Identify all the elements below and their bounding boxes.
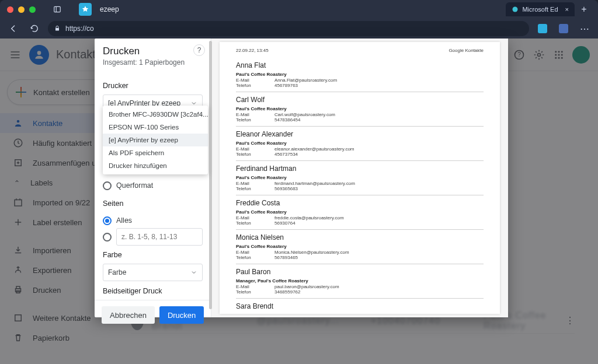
preview-contact-name: Monica Nielsen bbox=[236, 233, 484, 242]
svg-rect-5 bbox=[559, 24, 568, 33]
cancel-button[interactable]: Abbrechen bbox=[102, 306, 155, 324]
preview-contact-name: Eleanor Alexander bbox=[236, 130, 484, 138]
preview-contact-company: Manager, Paul's Coffee Roastery bbox=[236, 278, 484, 284]
color-label: Farbe bbox=[103, 251, 203, 259]
color-select[interactable]: Farbe bbox=[103, 264, 203, 281]
printer-label: Drucker bbox=[103, 82, 203, 90]
print-subtitle: Insgesamt: 1 Papierbogen bbox=[103, 58, 203, 66]
preview-contact: Monica NielsenPaul's Coffee RoasteryE-Ma… bbox=[236, 230, 484, 264]
preview-contact-company: Paul's Coffee Roastery bbox=[236, 106, 484, 111]
preview-contact: Eleanor AlexanderPaul's Coffee RoasteryE… bbox=[236, 127, 484, 161]
radio-icon bbox=[103, 216, 112, 225]
preview-timestamp: 22.09.22, 13:45 bbox=[236, 48, 269, 53]
preview-phone: 567893465 bbox=[274, 255, 298, 260]
preview-email: Monica.Nielsen@paulsroastery.com bbox=[274, 250, 349, 255]
preview-phone: 569365683 bbox=[274, 186, 298, 191]
preview-phone-label: Telefon bbox=[236, 152, 257, 157]
help-button[interactable]: ? bbox=[193, 44, 205, 56]
settings-scrollbar[interactable] bbox=[209, 41, 212, 309]
edge-icon bbox=[512, 6, 519, 13]
svg-point-2 bbox=[513, 7, 518, 12]
app-tab-label[interactable]: ezeep bbox=[100, 5, 119, 13]
url-text: https://co bbox=[65, 24, 94, 33]
preview-contact-company: Paul's Coffee Roastery bbox=[236, 72, 484, 77]
preview-email-label: E-Mail bbox=[236, 146, 257, 152]
close-tab-icon[interactable]: × bbox=[565, 6, 569, 13]
overflow-button[interactable]: ⋯ bbox=[577, 21, 592, 36]
preview-email: freddie.costa@paulsroastery.com bbox=[274, 215, 344, 220]
svg-rect-0 bbox=[54, 6, 61, 12]
back-button[interactable] bbox=[6, 21, 21, 36]
lock-icon bbox=[54, 25, 61, 32]
preview-contact-company: Paul's Coffee Roastery bbox=[236, 141, 484, 146]
pages-range-input[interactable] bbox=[116, 228, 203, 246]
preview-contact-name: Ferdinand Hartman bbox=[236, 164, 484, 173]
preview-email-label: E-Mail bbox=[236, 112, 257, 117]
preview-contact-company: Paul's Coffee Roastery bbox=[236, 209, 484, 215]
maximize-window-button[interactable] bbox=[29, 6, 36, 13]
preview-contact: Anna FlatPaul's Coffee RoasteryE-MailAnn… bbox=[236, 58, 484, 92]
refresh-button[interactable] bbox=[27, 21, 42, 36]
address-bar[interactable]: https://co bbox=[48, 21, 529, 36]
preview-contact: Carl WolfPaul's Coffee RoasteryE-MailCar… bbox=[236, 92, 484, 127]
ext-icon-1[interactable] bbox=[535, 21, 550, 36]
minimize-window-button[interactable] bbox=[18, 6, 25, 13]
sidebar-toggle-icon[interactable] bbox=[51, 3, 64, 16]
preview-email-label: E-Mail bbox=[236, 78, 257, 83]
preview-email-label: E-Mail bbox=[236, 215, 257, 220]
preview-phone-label: Telefon bbox=[236, 117, 257, 123]
svg-rect-3 bbox=[55, 28, 59, 31]
ext-icon-2[interactable] bbox=[556, 21, 571, 36]
mac-titlebar: ezeep Microsoft Ed × + bbox=[0, 0, 598, 19]
preview-email: Anna.Flat@paulsroastery.com bbox=[274, 78, 337, 83]
svg-rect-4 bbox=[538, 24, 547, 33]
printer-option[interactable]: EPSON WF-100 Series bbox=[103, 121, 208, 134]
preview-phone: 456789763 bbox=[274, 83, 298, 88]
print-button[interactable]: Drucken bbox=[159, 306, 204, 324]
preview-contact-name: Freddie Costa bbox=[236, 199, 484, 207]
new-tab-button[interactable]: + bbox=[577, 2, 591, 16]
printer-option[interactable]: Brother MFC-J6930DW [3c2af4... bbox=[103, 108, 208, 121]
preview-phone-label: Telefon bbox=[236, 220, 257, 226]
color-select-value: Farbe bbox=[108, 268, 126, 276]
browser-tab-label: Microsoft Ed bbox=[522, 6, 558, 13]
preview-cut-contact: Sara Brendt bbox=[236, 302, 484, 310]
preview-phone: 456737534 bbox=[274, 152, 298, 157]
preview-doc-title: Google Kontakte bbox=[448, 48, 484, 53]
preview-contact-company: Paul's Coffee Roastery bbox=[236, 175, 484, 180]
preview-phone: 56930764 bbox=[274, 220, 295, 226]
preview-phone-label: Telefon bbox=[236, 186, 257, 191]
printer-dropdown: Brother MFC-J6930DW [3c2af4... EPSON WF-… bbox=[103, 106, 208, 174]
chevron-down-icon bbox=[190, 269, 197, 276]
preview-phone-label: Telefon bbox=[236, 289, 257, 295]
radio-icon bbox=[103, 233, 112, 242]
pages-all-label: Alles bbox=[116, 216, 132, 225]
preview-phone: 5478386454 bbox=[274, 117, 301, 123]
preview-email: eleanor.alexander@paulsroastery.com bbox=[274, 146, 354, 152]
printer-option[interactable]: Drucker hinzufügen bbox=[103, 159, 208, 172]
preview-contact-name: Anna Flat bbox=[236, 61, 484, 69]
preview-contact: Paul BaronManager, Paul's Coffee Roaster… bbox=[236, 264, 484, 299]
preview-email: ferdinand.hartman@paulsroastery.com bbox=[274, 181, 355, 186]
printer-option[interactable]: [e] AnyPrinter by ezeep bbox=[103, 134, 208, 146]
preview-contact-name: Paul Baron bbox=[236, 268, 484, 276]
close-window-button[interactable] bbox=[7, 6, 13, 13]
preview-contact: Ferdinand HartmanPaul's Coffee RoasteryE… bbox=[236, 161, 484, 195]
app-tab-icon bbox=[79, 3, 92, 16]
pages-range-option[interactable] bbox=[103, 229, 203, 245]
preview-email-label: E-Mail bbox=[236, 250, 257, 255]
preview-email-label: E-Mail bbox=[236, 181, 257, 186]
pages-all-option[interactable]: Alles bbox=[103, 212, 203, 229]
preview-phone: 3468559762 bbox=[274, 289, 301, 295]
landscape-option[interactable]: Querformat bbox=[103, 177, 203, 194]
preview-contact-company: Paul's Coffee Roastery bbox=[236, 244, 484, 249]
print-preview-panel: 22.09.22, 13:45 Google Kontakte Anna Fla… bbox=[211, 38, 508, 317]
browser-tab-edge[interactable]: Microsoft Ed × bbox=[506, 2, 575, 16]
radio-icon bbox=[103, 181, 112, 190]
preview-email-label: E-Mail bbox=[236, 284, 257, 289]
print-title: Drucken bbox=[103, 46, 203, 57]
pages-label: Seiten bbox=[103, 200, 203, 208]
printer-option[interactable]: Als PDF speichern bbox=[103, 146, 208, 159]
landscape-label: Querformat bbox=[116, 181, 153, 190]
duplex-label: Beidseitiger Druck bbox=[103, 287, 203, 295]
